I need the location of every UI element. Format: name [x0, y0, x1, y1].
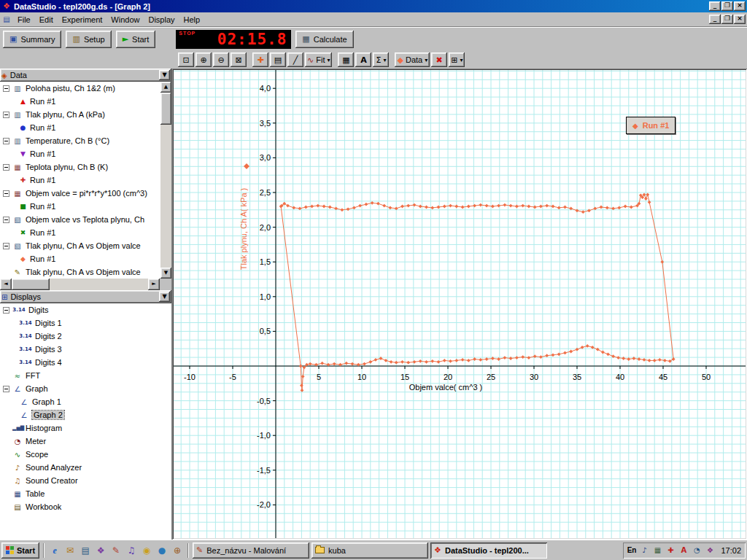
- collapse-icon[interactable]: [3, 217, 9, 223]
- language-indicator[interactable]: En: [627, 546, 637, 554]
- data-item[interactable]: ▦ Objem valce = pi*r*r*y*100 (cm^3): [0, 187, 171, 200]
- data-item[interactable]: ▥ Temperature, Ch B (°C): [0, 134, 171, 147]
- restore-button[interactable]: ❐: [721, 1, 733, 11]
- child-minimize-button[interactable]: _: [709, 15, 721, 24]
- clock[interactable]: 17:02: [718, 546, 741, 555]
- menu-help[interactable]: Help: [179, 13, 205, 26]
- ati-icon[interactable]: A: [678, 546, 689, 554]
- display-item-digits-1[interactable]: 3.14 Digits 1: [0, 316, 171, 330]
- calculate-tool-button[interactable]: ▦: [338, 52, 354, 67]
- outlook-icon[interactable]: ✉: [63, 543, 77, 558]
- display-item-digits-2[interactable]: 3.14 Digits 2: [0, 330, 171, 343]
- data-item[interactable]: ▥ Poloha pistu, Ch 1&2 (m): [0, 82, 171, 95]
- statistics-dropdown[interactable]: Σ ▾: [373, 52, 389, 67]
- collapse-icon[interactable]: [3, 138, 9, 144]
- data-item[interactable]: ▧ Objem valce vs Teplota plynu, Ch: [0, 213, 171, 226]
- scroll-thumb[interactable]: [160, 93, 171, 125]
- calculate-button[interactable]: ▦ Calculate: [295, 31, 353, 48]
- scheduler-icon[interactable]: ◔: [692, 546, 702, 554]
- data-dropdown[interactable]: ◆ Data ▾: [395, 52, 430, 67]
- display-item-histogram[interactable]: ▂▅▇ Histogram: [0, 421, 171, 435]
- task-button-kuba[interactable]: kuba: [311, 542, 428, 559]
- display-item-workbook[interactable]: ▤ Workbook: [0, 500, 171, 513]
- collapse-icon[interactable]: [3, 386, 9, 392]
- minimize-button[interactable]: _: [709, 1, 721, 11]
- scroll-right-icon[interactable]: ►: [148, 279, 160, 290]
- start-button[interactable]: ► Start: [116, 31, 156, 48]
- display-item-table[interactable]: ▦ Table: [0, 487, 171, 500]
- antivirus-icon[interactable]: ✚: [665, 546, 676, 554]
- display-item-sound-analyzer[interactable]: ♪ Sound Analyzer: [0, 461, 171, 474]
- run-item[interactable]: ▼ Run #1: [0, 147, 171, 160]
- collapse-icon[interactable]: [3, 164, 9, 171]
- graph-canvas[interactable]: -10-551015202530354045504,03,53,02,52,01…: [174, 70, 746, 538]
- close-button[interactable]: ×: [734, 1, 746, 11]
- task-button-paint[interactable]: ✎ Bez_názvu - Malování: [193, 542, 309, 559]
- data-tree-vertical-scrollbar[interactable]: ▲ ▼: [160, 82, 171, 279]
- displays-panel-dropdown-icon[interactable]: ▼: [159, 292, 170, 302]
- display-item-digits[interactable]: 3.14 Digits: [0, 303, 171, 316]
- menu-display[interactable]: Display: [144, 13, 179, 26]
- menu-window[interactable]: Window: [107, 13, 144, 26]
- collapse-icon[interactable]: [3, 190, 9, 197]
- fit-dropdown[interactable]: ∿ Fit ▾: [305, 52, 332, 67]
- collapse-icon[interactable]: [3, 85, 9, 92]
- document-icon[interactable]: ▤: [1, 15, 12, 23]
- display-item-digits-3[interactable]: 3.14 Digits 3: [0, 343, 171, 356]
- scroll-down-icon[interactable]: ▼: [160, 268, 171, 279]
- graph-legend[interactable]: ◆ Run #1: [626, 117, 676, 134]
- globe-icon[interactable]: ●: [155, 543, 169, 558]
- scale-to-fit-button[interactable]: ⊡: [178, 52, 194, 67]
- menu-edit[interactable]: Edit: [35, 13, 58, 26]
- summary-button[interactable]: ▣ Summary: [3, 31, 61, 48]
- data-panel-dropdown-icon[interactable]: ▼: [159, 70, 170, 80]
- displays-panel-header[interactable]: ⊞ Displays ▼: [0, 290, 171, 303]
- run-item[interactable]: ✚ Run #1: [0, 174, 171, 187]
- data-tree-horizontal-scrollbar[interactable]: ◄ ►: [0, 279, 171, 290]
- child-close-button[interactable]: ×: [734, 15, 746, 24]
- menu-experiment[interactable]: Experiment: [58, 13, 107, 26]
- java-icon[interactable]: ⊕: [171, 543, 184, 558]
- display-item-sound-creator[interactable]: ♫ Sound Creator: [0, 474, 171, 487]
- data-panel-header[interactable]: ◈ Data ▼: [0, 69, 171, 82]
- slope-tool-button[interactable]: ╱: [287, 52, 303, 67]
- ie-icon[interactable]: e: [48, 543, 61, 558]
- title-bar[interactable]: ❖ DataStudio - tepl200g.ds - [Graph 2] _…: [0, 0, 747, 12]
- display-item-scope[interactable]: ∿ Scope: [0, 448, 171, 461]
- updates-icon[interactable]: ❖: [705, 546, 715, 554]
- remove-button[interactable]: ✖: [431, 52, 447, 67]
- display-item-graph[interactable]: ∠ Graph: [0, 382, 171, 395]
- display-item-digits-4[interactable]: 3.14 Digits 4: [0, 356, 171, 369]
- task-button-datastudio[interactable]: ❖ DataStudio - tepl200...: [430, 542, 547, 559]
- run-item[interactable]: ■ Run #1: [0, 200, 171, 213]
- data-item[interactable]: ▧ Tlak plynu, Ch A vs Objem valce: [0, 239, 171, 252]
- volume-icon[interactable]: ♪: [639, 546, 649, 554]
- display-item-graph-1[interactable]: ∠ Graph 1: [0, 395, 171, 408]
- data-item[interactable]: ✎ Tlak plynu, Ch A vs Objem valce: [0, 265, 171, 279]
- smart-tool-button[interactable]: ✚: [252, 52, 268, 67]
- data-item[interactable]: ▦ Teplota plynu, Ch B (K): [0, 160, 171, 174]
- media-player-icon[interactable]: ♫: [125, 543, 138, 558]
- display-settings-icon[interactable]: ▦: [652, 546, 662, 554]
- zoom-in-button[interactable]: ⊕: [196, 52, 212, 67]
- zoom-out-button[interactable]: ⊖: [213, 52, 229, 67]
- run-item[interactable]: ▲ Run #1: [0, 95, 171, 108]
- run-item[interactable]: ◆ Run #1: [0, 252, 171, 265]
- run-item[interactable]: ✖ Run #1: [0, 226, 171, 239]
- data-item[interactable]: ▥ Tlak plynu, Ch A (kPa): [0, 108, 171, 121]
- text-tool-button[interactable]: A: [355, 52, 371, 67]
- collapse-icon[interactable]: [3, 243, 9, 249]
- child-restore-button[interactable]: ❐: [721, 15, 733, 24]
- scroll-thumb[interactable]: [12, 279, 50, 290]
- cd-player-icon[interactable]: ◉: [140, 543, 153, 558]
- display-item-graph-2[interactable]: ∠ Graph 2: [0, 408, 171, 421]
- note-tool-button[interactable]: ▤: [270, 52, 286, 67]
- run-item[interactable]: ● Run #1: [0, 121, 171, 134]
- paint-icon[interactable]: ✎: [109, 543, 123, 558]
- display-item-meter[interactable]: ◔ Meter: [0, 435, 171, 448]
- channels-icon[interactable]: ❖: [94, 543, 107, 558]
- menu-file[interactable]: File: [13, 13, 35, 26]
- collapse-icon[interactable]: [3, 307, 9, 314]
- scroll-left-icon[interactable]: ◄: [0, 279, 12, 290]
- zoom-select-button[interactable]: ⊠: [231, 52, 247, 67]
